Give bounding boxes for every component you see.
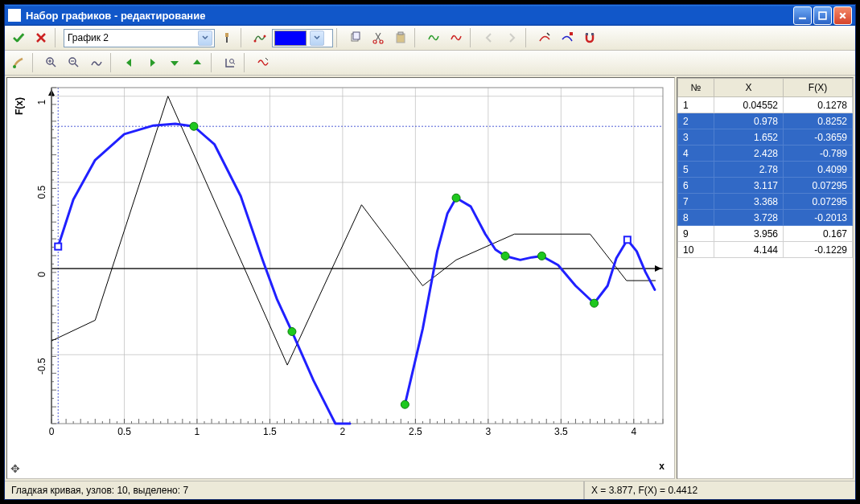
- svg-point-178: [288, 328, 296, 336]
- move-handle-icon[interactable]: ✥: [10, 462, 20, 475]
- arrow-right-icon[interactable]: [501, 27, 522, 48]
- table-row[interactable]: 63.1170.07295: [678, 178, 853, 194]
- svg-text:0: 0: [36, 272, 47, 277]
- svg-rect-0: [799, 17, 806, 18]
- svg-rect-14: [591, 33, 594, 35]
- col-header-x[interactable]: X: [714, 79, 784, 97]
- toolbar-view: [5, 51, 855, 76]
- zoom-fit-icon[interactable]: [86, 52, 107, 73]
- graph-select[interactable]: График 2: [64, 29, 215, 47]
- svg-point-8: [373, 40, 377, 43]
- wave-red-icon[interactable]: [446, 27, 467, 48]
- zoom-in-icon[interactable]: [41, 52, 62, 73]
- svg-point-9: [380, 40, 383, 43]
- svg-point-5: [264, 35, 266, 38]
- close-button[interactable]: [833, 6, 852, 25]
- table-row[interactable]: 73.3680.07295: [678, 194, 853, 210]
- col-header-index[interactable]: №: [678, 79, 714, 97]
- zoom-out-icon[interactable]: [64, 52, 84, 73]
- chart-canvas[interactable]: 00.511.522.533.54-0.500.51: [7, 78, 675, 448]
- svg-point-179: [401, 400, 409, 408]
- wave-tool-icon[interactable]: [253, 52, 274, 73]
- pan-right-icon[interactable]: [142, 52, 163, 73]
- svg-point-177: [190, 122, 198, 130]
- table-row[interactable]: 104.144-0.1229: [678, 242, 853, 258]
- table-row[interactable]: 20.9780.8252: [678, 113, 853, 129]
- copy-icon[interactable]: [345, 27, 366, 48]
- svg-rect-7: [353, 32, 360, 39]
- chevron-down-icon[interactable]: [198, 31, 212, 46]
- status-right: X = 3.877, F(X) = 0.4412: [584, 481, 855, 499]
- svg-rect-185: [624, 236, 631, 243]
- svg-text:1.5: 1.5: [263, 426, 277, 437]
- data-grid[interactable]: № X F(X) 10.045520.127820.9780.825231.65…: [677, 78, 853, 258]
- svg-text:3.5: 3.5: [554, 426, 568, 437]
- svg-text:2.5: 2.5: [409, 426, 422, 437]
- accept-icon[interactable]: [8, 27, 29, 48]
- svg-rect-13: [586, 33, 588, 35]
- table-row[interactable]: 31.652-0.3659: [678, 129, 853, 145]
- status-bar: Гладкая кривая, узлов: 10, выделено: 7 X…: [5, 481, 855, 499]
- svg-point-183: [590, 299, 599, 307]
- table-row[interactable]: 93.9560.167: [678, 226, 853, 242]
- curve-edit-1-icon[interactable]: [534, 27, 555, 48]
- svg-rect-1: [819, 12, 826, 19]
- svg-text:3: 3: [486, 426, 492, 437]
- svg-point-181: [501, 252, 509, 260]
- svg-rect-11: [398, 32, 403, 35]
- svg-text:1: 1: [195, 426, 200, 437]
- pan-up-icon[interactable]: [187, 52, 208, 73]
- graph-select-value: График 2: [68, 32, 109, 43]
- curve-edit-2-icon[interactable]: [557, 27, 578, 48]
- svg-text:1: 1: [36, 99, 47, 104]
- svg-rect-3: [226, 37, 228, 43]
- color-swatch: [274, 31, 307, 46]
- svg-text:-0.5: -0.5: [36, 358, 47, 375]
- hammer-icon[interactable]: [216, 27, 237, 48]
- svg-text:4: 4: [631, 426, 636, 437]
- reject-icon[interactable]: [31, 27, 51, 48]
- table-row[interactable]: 52.780.4099: [678, 162, 853, 178]
- cut-icon[interactable]: [368, 27, 389, 48]
- svg-point-18: [230, 59, 234, 64]
- table-row[interactable]: 42.428-0.789: [678, 145, 853, 162]
- data-grid-panel: № X F(X) 10.045520.127820.9780.825231.65…: [677, 77, 854, 479]
- arrow-left-icon[interactable]: [479, 27, 500, 48]
- curve-tool-icon[interactable]: [249, 27, 270, 48]
- brush-icon[interactable]: [8, 52, 29, 73]
- svg-point-182: [537, 252, 545, 260]
- magnet-icon[interactable]: [579, 27, 600, 48]
- y-axis-label: F(x): [14, 97, 25, 115]
- minimize-button[interactable]: [793, 6, 812, 25]
- wave-green-icon[interactable]: [423, 27, 444, 48]
- title-bar: Набор графиков - редактирование: [5, 5, 855, 26]
- x-axis-label: x: [659, 461, 665, 472]
- maximize-button[interactable]: [813, 6, 832, 25]
- svg-point-4: [254, 40, 257, 43]
- color-select[interactable]: [272, 29, 333, 47]
- svg-rect-10: [397, 34, 405, 43]
- pan-down-icon[interactable]: [164, 52, 185, 73]
- svg-text:0: 0: [49, 426, 55, 437]
- table-row[interactable]: 10.045520.1278: [678, 97, 853, 113]
- pan-left-icon[interactable]: [119, 52, 140, 73]
- app-icon: [8, 9, 21, 22]
- col-header-fx[interactable]: F(X): [784, 79, 853, 97]
- svg-text:0.5: 0.5: [36, 186, 47, 199]
- svg-rect-12: [570, 32, 573, 35]
- svg-point-180: [452, 194, 460, 202]
- plot-area[interactable]: 00.511.522.533.54-0.500.51 F(x) x ✥: [6, 77, 675, 479]
- svg-rect-184: [55, 244, 61, 250]
- svg-text:2: 2: [340, 426, 346, 437]
- chevron-down-icon[interactable]: [310, 31, 324, 46]
- table-row[interactable]: 83.728-0.2013: [678, 210, 853, 226]
- svg-text:0.5: 0.5: [117, 426, 131, 437]
- svg-point-15: [13, 65, 16, 68]
- svg-rect-19: [51, 88, 663, 424]
- paste-icon[interactable]: [390, 27, 411, 48]
- axes-settings-icon[interactable]: [220, 52, 241, 73]
- window-title: Набор графиков - редактирование: [26, 10, 793, 22]
- toolbar-main: График 2: [5, 26, 855, 51]
- status-left: Гладкая кривая, узлов: 10, выделено: 7: [5, 481, 584, 499]
- svg-rect-2: [225, 33, 228, 37]
